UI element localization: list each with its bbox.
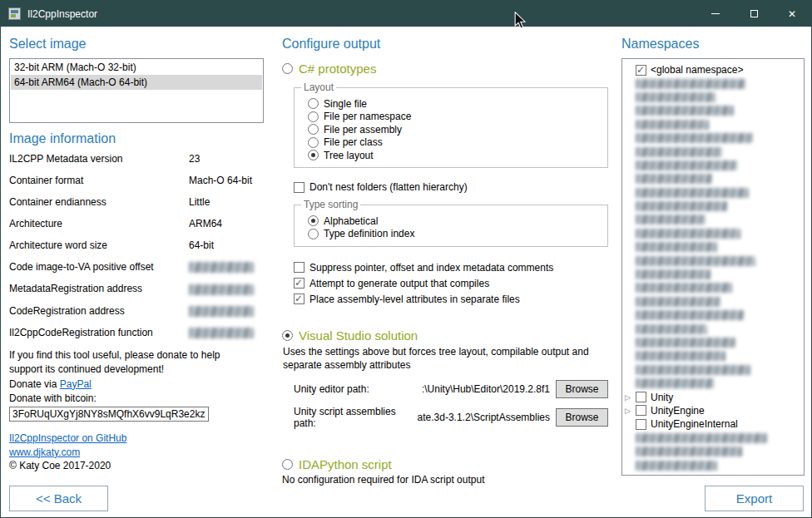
namespace-item-redacted [625, 377, 801, 390]
layout-options: Single fileFile per namespaceFile per as… [303, 98, 599, 161]
radio-option-file-per-class[interactable]: File per class [308, 136, 599, 148]
radio-icon[interactable] [282, 63, 293, 74]
titlebar[interactable]: Il2CppInspector ✕ [1, 1, 811, 27]
maximize-button[interactable] [735, 1, 773, 27]
namespaces-panel: Namespaces <global namespace>▷Unity▷Unit… [611, 27, 811, 517]
github-link[interactable]: Il2CppInspector on GitHub [9, 432, 126, 444]
namespace-item-redacted [625, 186, 801, 200]
unity-editor-path-label: Unity editor path: [294, 383, 369, 395]
namespace-item[interactable]: UnityEngineInternal [625, 417, 801, 431]
radio-option-label: Tree layout [324, 150, 374, 161]
info-row: Container formatMach-O 64-bit [9, 175, 264, 186]
type-sorting-options: AlphabeticalType definition index [303, 215, 599, 240]
layout-groupbox: Layout Single fileFile per namespaceFile… [294, 87, 608, 168]
radio-option-alphabetical[interactable]: Alphabetical [308, 215, 599, 227]
expand-arrow-icon[interactable]: ▷ [625, 393, 636, 402]
namespaces-heading: Namespaces [621, 37, 805, 52]
idapython-radio[interactable]: IDAPython script [282, 457, 611, 471]
export-button[interactable]: Export [705, 486, 804, 511]
info-value: ARM64 [189, 218, 222, 229]
visual-studio-radio[interactable]: Visual Studio solution [282, 328, 611, 343]
namespace-checkbox[interactable] [636, 419, 646, 430]
radio-icon[interactable] [308, 111, 319, 122]
mouse-cursor [514, 12, 526, 29]
info-label: Architecture [9, 218, 189, 229]
unity-script-path-value: ate.3d-3.1.2\ScriptAssemblies [418, 412, 556, 423]
namespace-list[interactable]: <global namespace>▷Unity▷UnityEngineUnit… [621, 58, 805, 476]
attributes-checkbox[interactable] [294, 294, 304, 304]
csharp-prototypes-radio[interactable]: C# prototypes [282, 62, 611, 76]
namespace-item-redacted [625, 254, 801, 267]
type-sorting-groupbox: Type sorting AlphabeticalType definition… [294, 205, 608, 247]
idapython-label: IDAPython script [299, 457, 392, 471]
namespace-item-redacted [625, 91, 801, 104]
ida-description: No configuration required for IDA script… [282, 474, 611, 486]
radio-option-tree-layout[interactable]: Tree layout [308, 150, 599, 161]
radio-icon[interactable] [308, 229, 319, 239]
attributes-checkbox-row[interactable]: Place assembly-level attributes in separ… [294, 294, 611, 305]
image-list-item[interactable]: 64-bit ARM64 (Mach-O 64-bit) [11, 75, 262, 90]
info-row: Architecture word size64-bit [9, 239, 264, 251]
info-label: MetadataRegistration address [9, 283, 189, 294]
radio-icon[interactable] [308, 150, 319, 160]
radio-icon[interactable] [282, 330, 293, 341]
close-button[interactable]: ✕ [773, 1, 811, 27]
select-image-panel: Select image 32-bit ARM (Mach-O 32-bit)6… [1, 27, 275, 517]
namespace-item[interactable]: ▷UnityEngine [625, 404, 801, 417]
image-list[interactable]: 32-bit ARM (Mach-O 32-bit)64-bit ARM64 (… [9, 58, 264, 123]
browse-assemblies-button[interactable]: Browse [556, 408, 608, 427]
namespace-checkbox[interactable] [636, 392, 646, 402]
namespace-item-redacted [625, 76, 801, 90]
radio-icon[interactable] [308, 215, 319, 226]
info-value: Mach-O 64-bit [189, 175, 252, 186]
visual-studio-label: Visual Studio solution [299, 328, 418, 343]
namespace-item-redacted [625, 145, 801, 158]
back-button[interactable]: << Back [9, 486, 108, 511]
donate-paypal-line: Donate via PayPal [9, 378, 264, 390]
suppress-checkbox[interactable] [294, 262, 304, 273]
image-info-table: IL2CPP Metadata version23Container forma… [9, 153, 264, 338]
image-info-heading: Image information [9, 131, 264, 146]
minimize-button[interactable] [696, 1, 735, 27]
radio-option-label: Single file [324, 98, 367, 110]
namespace-item-redacted [625, 227, 801, 240]
radio-icon[interactable] [308, 124, 319, 135]
namespace-item-redacted [625, 322, 801, 335]
radio-option-type-definition-index[interactable]: Type definition index [308, 228, 599, 239]
flatten-checkbox[interactable] [294, 182, 304, 193]
window-controls: ✕ [696, 1, 811, 27]
namespace-item[interactable]: <global namespace> [625, 63, 801, 76]
radio-option-label: File per assembly [324, 124, 402, 136]
info-label: Code image-to-VA positive offset [9, 261, 189, 273]
info-row: Container endiannessLittle [9, 196, 264, 208]
flatten-checkbox-row[interactable]: Don't nest folders (flatten hierarchy) [294, 181, 611, 193]
radio-option-file-per-namespace[interactable]: File per namespace [308, 111, 599, 122]
radio-option-file-per-assembly[interactable]: File per assembly [308, 124, 599, 136]
attributes-label: Place assembly-level attributes in separ… [309, 294, 520, 305]
namespace-label: UnityEngineInternal [651, 418, 738, 430]
namespace-checkbox[interactable] [636, 65, 646, 76]
expand-arrow-icon[interactable]: ▷ [625, 407, 636, 415]
namespace-item-redacted [625, 336, 801, 349]
paypal-link[interactable]: PayPal [60, 378, 92, 390]
compiles-checkbox-row[interactable]: Attempt to generate output that compiles [294, 278, 611, 289]
configure-output-heading: Configure output [282, 37, 611, 52]
radio-icon[interactable] [308, 137, 319, 148]
namespace-item-redacted [625, 445, 801, 458]
radio-option-single-file[interactable]: Single file [308, 98, 599, 110]
namespace-item-redacted [625, 281, 801, 294]
bitcoin-address-input[interactable] [9, 407, 209, 422]
info-row: Il2CppCodeRegistration function [9, 327, 264, 338]
radio-icon[interactable] [282, 459, 293, 470]
image-list-item[interactable]: 32-bit ARM (Mach-O 32-bit) [11, 60, 262, 75]
type-sorting-group-label: Type sorting [301, 199, 360, 210]
app-icon [8, 7, 21, 20]
suppress-checkbox-row[interactable]: Suppress pointer, offset and index metad… [294, 262, 611, 274]
compiles-checkbox[interactable] [294, 278, 304, 289]
namespace-checkbox[interactable] [636, 405, 646, 416]
namespace-item[interactable]: ▷Unity [625, 390, 801, 403]
namespace-item-redacted [625, 268, 801, 281]
browse-editor-button[interactable]: Browse [556, 380, 608, 398]
website-link[interactable]: www.djkaty.com [9, 446, 80, 458]
radio-icon[interactable] [308, 98, 319, 109]
